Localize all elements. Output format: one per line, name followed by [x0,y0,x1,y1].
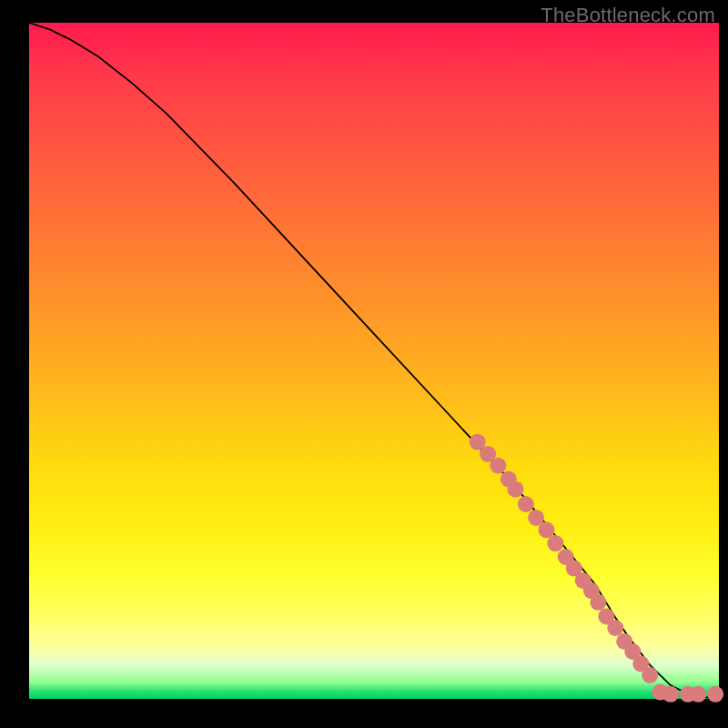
data-point [590,594,606,611]
data-point [642,667,658,683]
data-point [518,496,534,512]
main-curve [29,23,719,699]
data-point [707,686,723,703]
chart-frame: TheBottleneck.com [0,0,728,728]
data-point [490,458,506,474]
data-point [539,521,555,538]
data-point [547,535,563,551]
data-point [662,686,679,703]
curve-overlay [29,23,719,699]
curve-group [29,23,719,699]
data-point [607,620,623,636]
data-point [507,481,523,498]
points-group [470,434,724,703]
data-point [690,686,706,703]
